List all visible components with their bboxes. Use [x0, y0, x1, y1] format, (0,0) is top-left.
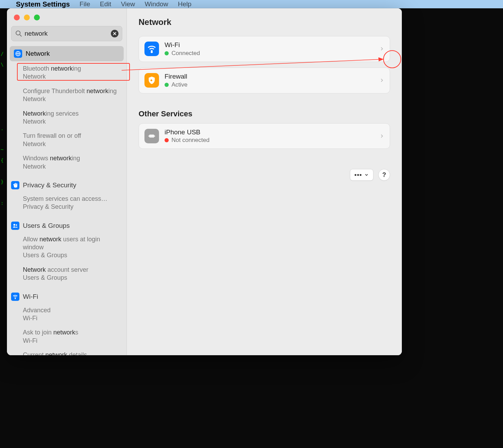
- search-result-path: Wi-Fi: [23, 314, 122, 322]
- search-result-path: Privacy & Security: [23, 203, 122, 211]
- hand-icon: [11, 181, 19, 189]
- terminal-background-hint: /\.~{ }:: [1, 48, 6, 291]
- sidebar-section-label: Privacy & Security: [23, 181, 76, 189]
- search-result-title: Current network details: [23, 351, 122, 355]
- search-result-path: Network: [23, 140, 122, 148]
- svg-point-9: [15, 298, 16, 299]
- service-status: Not connected: [165, 137, 374, 144]
- sidebar-section-label: Wi-Fi: [23, 293, 38, 301]
- service-row-body: FirewallActive: [165, 73, 374, 88]
- svg-point-12: [150, 136, 151, 136]
- search-result-title: Ask to join networks: [23, 329, 122, 337]
- svg-line-1: [20, 35, 21, 36]
- menu-help[interactable]: Help: [178, 0, 191, 8]
- close-icon: [113, 32, 116, 35]
- search-box[interactable]: [11, 26, 122, 41]
- service-row-iphone-usb[interactable]: iPhone USBNot connected: [139, 123, 390, 149]
- search-result-title: Configure Thunderbolt networking: [23, 87, 122, 95]
- service-row-wifi[interactable]: Wi-FiConnected: [139, 36, 390, 62]
- sidebar-section-users-groups[interactable]: Users & Groups: [7, 219, 126, 231]
- search-result-title: Network account server: [23, 266, 122, 274]
- svg-point-7: [14, 224, 15, 225]
- svg-point-8: [16, 224, 17, 226]
- service-status-label: Connected: [171, 50, 200, 57]
- search-result-item[interactable]: AdvancedWi-Fi: [7, 305, 126, 324]
- users-icon: [11, 222, 19, 230]
- search-result-item[interactable]: Turn firewall on or offNetwork: [7, 131, 126, 150]
- sidebar: Network Bluetooth networkingNetworkConfi…: [7, 8, 127, 355]
- search-result-path: Network: [23, 163, 122, 171]
- svg-point-13: [151, 136, 152, 136]
- status-dot: [165, 138, 169, 142]
- search-result-title: System services can access…: [23, 195, 122, 203]
- help-button[interactable]: ?: [378, 169, 390, 181]
- svg-point-14: [152, 136, 153, 136]
- service-title: iPhone USB: [165, 128, 374, 136]
- sidebar-item-label: Network: [26, 50, 50, 57]
- sidebar-section-label: Users & Groups: [23, 222, 70, 230]
- search-result-item[interactable]: Allow network users at login windowUsers…: [7, 234, 126, 261]
- status-dot: [165, 83, 169, 87]
- service-row-body: Wi-FiConnected: [165, 41, 374, 57]
- chevron-down-icon: [364, 172, 369, 177]
- wifi-icon: [11, 293, 19, 301]
- search-result-item[interactable]: Windows networkingNetwork: [7, 153, 126, 172]
- search-results: Network Bluetooth networkingNetworkConfi…: [7, 43, 126, 355]
- menu-view[interactable]: View: [121, 0, 135, 8]
- sidebar-section-privacy-security[interactable]: Privacy & Security: [7, 179, 126, 190]
- svg-point-0: [16, 31, 20, 35]
- search-result-item[interactable]: Bluetooth networkingNetwork: [7, 63, 126, 82]
- search-result-item[interactable]: Configure Thunderbolt networkingNetwork: [7, 86, 126, 105]
- other-services-heading: Other Services: [139, 109, 390, 118]
- footer-buttons: ••• ?: [350, 169, 390, 181]
- service-status: Connected: [165, 50, 374, 57]
- service-row-firewall[interactable]: FirewallActive: [139, 68, 390, 93]
- window-controls: [7, 8, 126, 24]
- search-result-item[interactable]: Current network detailsWi-Fi: [7, 350, 126, 355]
- service-row-body: iPhone USBNot connected: [165, 128, 374, 144]
- shield-icon: [144, 73, 159, 88]
- search-input[interactable]: [23, 30, 111, 37]
- search-result-path: Network: [23, 73, 122, 81]
- system-settings-window: Network Bluetooth networkingNetworkConfi…: [7, 8, 402, 355]
- search-result-title: Bluetooth networking: [23, 65, 122, 73]
- page-title: Network: [139, 17, 390, 27]
- ellipsis-icon: •••: [354, 171, 362, 179]
- search-result-path: Users & Groups: [23, 251, 122, 259]
- wifi-icon: [144, 42, 159, 56]
- search-result-title: Allow network users at login window: [23, 235, 122, 252]
- service-status-label: Active: [171, 81, 187, 88]
- service-title: Firewall: [165, 73, 374, 81]
- close-window-button[interactable]: [14, 15, 20, 20]
- globe-icon: [14, 50, 22, 58]
- search-result-item[interactable]: Ask to join networksWi-Fi: [7, 327, 126, 346]
- menu-file[interactable]: File: [80, 0, 90, 8]
- sidebar-section-wi-fi[interactable]: Wi-Fi: [7, 290, 126, 302]
- clear-search-button[interactable]: [111, 30, 118, 37]
- svg-point-10: [151, 52, 152, 53]
- chevron-right-icon: [379, 45, 384, 53]
- search-result-title: Turn firewall on or off: [23, 132, 122, 140]
- sidebar-item-network[interactable]: Network: [10, 46, 124, 61]
- menu-window[interactable]: Window: [145, 0, 168, 8]
- search-result-title: Advanced: [23, 306, 122, 314]
- search-result-title: Windows networking: [23, 154, 122, 162]
- search-result-item[interactable]: Networking servicesNetwork: [7, 108, 126, 127]
- search-wrap: [7, 24, 126, 43]
- minimize-window-button[interactable]: [24, 15, 30, 20]
- search-result-path: Wi-Fi: [23, 337, 122, 345]
- search-icon: [15, 30, 23, 37]
- cable-icon: [144, 129, 159, 143]
- search-result-item[interactable]: System services can access…Privacy & Sec…: [7, 194, 126, 213]
- menu-edit[interactable]: Edit: [100, 0, 111, 8]
- chevron-right-icon: [379, 77, 384, 84]
- search-result-title: Networking services: [23, 110, 122, 118]
- service-status-label: Not connected: [171, 137, 210, 144]
- search-result-item[interactable]: Network account serverUsers & Groups: [7, 265, 126, 284]
- app-name[interactable]: System Settings: [16, 0, 70, 8]
- chevron-right-icon: [379, 132, 384, 140]
- zoom-window-button[interactable]: [34, 15, 40, 20]
- more-options-button[interactable]: •••: [350, 169, 373, 181]
- search-result-path: Network: [23, 118, 122, 126]
- main-content: Network Wi-FiConnectedFirewallActive Oth…: [127, 8, 402, 355]
